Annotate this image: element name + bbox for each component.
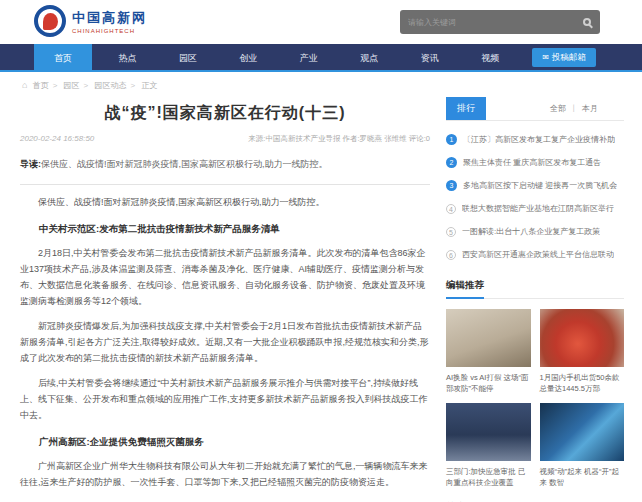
rank-badge: 3 — [446, 180, 457, 191]
rank-header: 排行 全部丨本月 — [446, 97, 624, 121]
rank-badge: 1 — [446, 134, 457, 145]
paragraph: 后续,中关村管委会将继续通过“中关村新技术新产品新服务展示推介与供需对接平台”,… — [20, 375, 430, 423]
rank-tab-month[interactable]: 本月 — [582, 104, 598, 113]
red-robot-photo — [540, 309, 625, 367]
submit-email-button[interactable]: ✉投稿邮箱 — [532, 48, 596, 67]
lead-label: 导读: — [20, 159, 41, 169]
rank-badge: 2 — [446, 157, 457, 168]
card-caption: 三部门:加快应急审批 已向重点科技企业覆盖 — [446, 466, 531, 488]
article-meta: 来源:中国高新技术产业导报 作者:罗晓燕 张维维 评论:0 — [248, 134, 430, 144]
sidebar: 排行 全部丨本月 1〔江苏〕高新区发布复工复产企业疫情补助 2聚焦主体责任 重庆… — [446, 95, 624, 502]
site-logo[interactable]: 中国高新网 CHINAHIGHTECH — [34, 5, 147, 37]
recommend-card[interactable]: 1月国内手机出货50余款 总量达1445.5万部 — [540, 309, 625, 394]
exhibition-photo — [446, 403, 531, 461]
breadcrumb-home[interactable]: 首页 — [33, 81, 49, 90]
search-icon — [583, 18, 591, 26]
rank-tab-all[interactable]: 全部 — [550, 104, 566, 113]
search-button[interactable] — [574, 10, 600, 34]
breadcrumb-park-news[interactable]: 园区动态 — [94, 81, 126, 90]
nav-item-news[interactable]: 资讯 — [405, 44, 455, 72]
recommend-card[interactable]: AI换脸 vs AI打假 这场“面部攻防”不能停 — [446, 309, 531, 394]
blue-screen-photo — [540, 403, 625, 461]
nav-item-video[interactable]: 视频 — [465, 44, 515, 72]
nav-item-industry[interactable]: 产业 — [284, 44, 334, 72]
paragraph: 新冠肺炎疫情爆发后,为加强科技战疫支撑,中关村管委会于2月1日发布首批抗击疫情新… — [20, 318, 430, 366]
nav-item-startup[interactable]: 创业 — [223, 44, 273, 72]
page: 中国高新网 CHINAHIGHTECH 首页 热点 园区 创业 产业 观点 资讯… — [0, 0, 642, 502]
article: 战“疫”!国家高新区在行动(十三) 2020-02-24 16:58:50 来源… — [20, 95, 446, 502]
article-date: 2020-02-24 16:58:50 — [20, 134, 94, 143]
paragraph: 广州高新区企业广州华大生物科技有限公司从大年初二开始就充满了繁忙的气息,一辆辆物… — [20, 458, 430, 490]
rank-item[interactable]: 2聚焦主体责任 重庆高新区发布复工通告 — [446, 151, 624, 174]
logo-title: 中国高新网 — [72, 9, 147, 27]
rank-item[interactable]: 3多地高新区按下启动键 迎接再一次腾飞机会 — [446, 174, 624, 197]
search-input[interactable] — [400, 18, 574, 27]
rank-item[interactable]: 4联想大数据智能产业基地在江阴高新区举行 — [446, 197, 624, 220]
storefront-photo — [446, 309, 531, 367]
breadcrumb-parks[interactable]: 园区 — [64, 81, 80, 90]
content: 战“疫”!国家高新区在行动(十三) 2020-02-24 16:58:50 来源… — [0, 95, 642, 502]
recommend-cards: AI换脸 vs AI打假 这场“面部攻防”不能停 1月国内手机出货50余款 总量… — [446, 309, 624, 488]
nav-item-opinion[interactable]: 观点 — [344, 44, 394, 72]
nav-item-parks[interactable]: 园区 — [163, 44, 213, 72]
divider — [20, 184, 430, 185]
recommend-card[interactable]: 视频“动”起来 机器“开”起来 数智 — [540, 403, 625, 488]
rank-item[interactable]: 5一图解读:出台十八条企业复产复工政策 — [446, 220, 624, 243]
recommend-header: 编辑推荐 — [446, 279, 624, 299]
nav-item-home[interactable]: 首页 — [34, 44, 92, 72]
rank-badge: 6 — [446, 250, 456, 260]
paragraph: 2月18日,中关村管委会发布第二批抗击疫情新技术新产品新服务清单。此次发布的清单… — [20, 245, 430, 309]
section-heading: 广州高新区:企业提供免费辐照灭菌服务 — [20, 436, 430, 449]
rank-title-tab[interactable]: 排行 — [446, 97, 486, 120]
nav-item-hotspot[interactable]: 热点 — [102, 44, 152, 72]
mail-icon: ✉ — [542, 53, 549, 62]
page-title: 战“疫”!国家高新区在行动(十三) — [20, 103, 430, 124]
breadcrumb: ⌂ 首页> 园区> 园区动态> 正文 — [0, 72, 642, 95]
paragraph: 保供应、战疫情!面对新冠肺炎疫情,国家高新区积极行动,助力一线防控。 — [20, 194, 430, 210]
site-header: 中国高新网 CHINAHIGHTECH — [0, 0, 642, 44]
section-heading: 中关村示范区:发布第二批抗击疫情新技术新产品服务清单 — [20, 223, 430, 236]
main-nav: 首页 热点 园区 创业 产业 观点 资讯 视频 研报 ✉投稿邮箱 — [0, 44, 642, 72]
rank-list: 1〔江苏〕高新区发布复工复产企业疫情补助 2聚焦主体责任 重庆高新区发布复工通告… — [446, 128, 624, 266]
rank-badge: 5 — [446, 227, 456, 237]
logo-subtitle: CHINAHIGHTECH — [72, 28, 147, 34]
home-icon: ⌂ — [22, 80, 27, 90]
rank-item[interactable]: 6西安高新区开通惠企政策线上平台信息联动 — [446, 243, 624, 266]
card-caption: 1月国内手机出货50余款 总量达1445.5万部 — [540, 372, 625, 394]
recommend-card[interactable]: 三部门:加快应急审批 已向重点科技企业覆盖 — [446, 403, 531, 488]
search-bar — [400, 10, 600, 34]
rank-badge: 4 — [446, 204, 456, 214]
logo-icon — [34, 5, 66, 37]
article-lead: 导读:保供应、战疫情!面对新冠肺炎疫情,国家高新区积极行动,助力一线防控。 — [20, 157, 430, 172]
card-caption: AI换脸 vs AI打假 这场“面部攻防”不能停 — [446, 372, 531, 394]
card-caption: 视频“动”起来 机器“开”起来 数智 — [540, 466, 625, 488]
rank-item[interactable]: 1〔江苏〕高新区发布复工复产企业疫情补助 — [446, 128, 624, 151]
breadcrumb-current: 正文 — [141, 81, 157, 90]
